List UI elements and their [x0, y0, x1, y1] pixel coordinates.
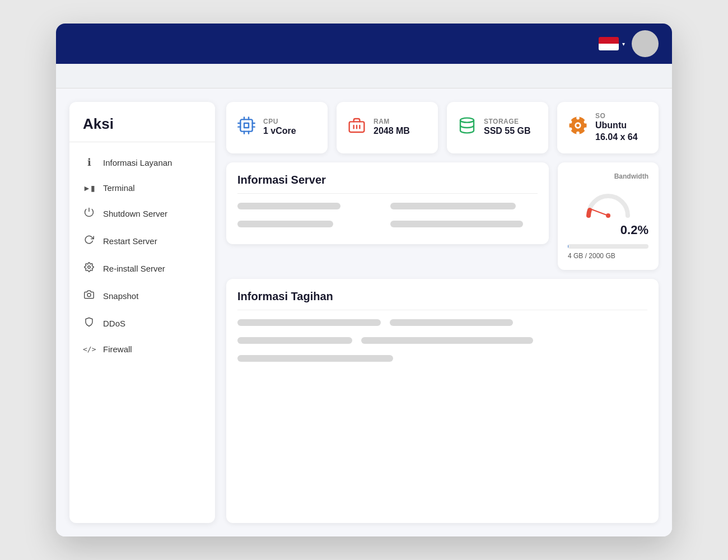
- svg-point-16: [460, 118, 474, 123]
- right-panel: CPU 1 vCore: [226, 102, 659, 523]
- sidebar-menu: ℹ Informasi Layanan ►▮ Terminal Shutdown…: [69, 142, 215, 368]
- bandwidth-gauge: [568, 185, 648, 218]
- server-info-card: Informasi Server: [226, 162, 549, 244]
- ram-value: 2048 MB: [374, 125, 410, 137]
- storage-info: STORAGE SSD 55 GB: [484, 118, 531, 137]
- language-selector[interactable]: ▾: [599, 37, 625, 50]
- skeleton: [237, 337, 352, 344]
- storage-value: SSD 55 GB: [484, 125, 531, 137]
- language-dropdown-arrow: ▾: [622, 41, 625, 47]
- server-info-title: Informasi Server: [237, 174, 538, 194]
- cpu-icon: [237, 116, 255, 138]
- sidebar-item-restart-server[interactable]: Restart Server: [69, 227, 215, 255]
- restart-icon: [83, 235, 95, 248]
- skeleton-row: [237, 337, 647, 349]
- ram-icon: [348, 116, 366, 138]
- svg-point-0: [88, 266, 91, 269]
- skeleton: [237, 203, 340, 209]
- svg-point-19: [576, 124, 580, 127]
- svg-rect-3: [244, 123, 249, 128]
- svg-point-24: [569, 120, 572, 124]
- stat-card-os: SO Ubuntu 16.04 x 64: [557, 102, 659, 153]
- info-icon: ℹ: [83, 156, 95, 169]
- sidebar-label-informasi-layanan: Informasi Layanan: [103, 158, 172, 167]
- bandwidth-label: Bandwidth: [568, 172, 648, 180]
- svg-point-23: [584, 128, 587, 131]
- os-value: Ubuntu 16.04 x 64: [595, 120, 638, 143]
- bandwidth-card: Bandwidth 0.2%: [558, 162, 659, 270]
- firewall-icon: </>: [83, 345, 95, 353]
- user-avatar[interactable]: [632, 30, 659, 57]
- ram-info: RAM 2048 MB: [374, 118, 410, 137]
- tab-row: [56, 64, 672, 88]
- sidebar-label-terminal: Terminal: [103, 183, 135, 193]
- stat-card-storage: STORAGE SSD 55 GB: [447, 102, 548, 153]
- svg-point-27: [606, 213, 610, 218]
- sidebar-item-terminal[interactable]: ►▮ Terminal: [69, 176, 215, 200]
- stat-card-cpu: CPU 1 vCore: [226, 102, 328, 153]
- flag-icon: [599, 37, 619, 50]
- tagihan-content: [237, 319, 647, 367]
- snapshot-icon: [83, 290, 95, 302]
- stats-row: CPU 1 vCore: [226, 102, 659, 153]
- server-info-content: [237, 203, 538, 233]
- sidebar: Aksi ℹ Informasi Layanan ►▮ Terminal: [69, 102, 215, 523]
- svg-point-22: [569, 128, 572, 131]
- sidebar-title: Aksi: [83, 115, 114, 132]
- reinstall-icon: [83, 262, 95, 275]
- cpu-value: 1 vCore: [263, 125, 296, 137]
- ram-label: RAM: [374, 118, 410, 125]
- svg-rect-2: [240, 120, 252, 132]
- skeleton: [237, 355, 393, 362]
- browser-window: ▾ Aksi ℹ Informasi Layanan ►▮ Terminal: [56, 24, 672, 536]
- bandwidth-value: 0.2%: [568, 223, 648, 237]
- sidebar-label-reinstall: Re-install Server: [103, 264, 165, 273]
- sidebar-item-ddos[interactable]: DDoS: [69, 310, 215, 337]
- sidebar-label-snapshot: Snapshot: [103, 291, 138, 301]
- topbar: ▾: [56, 24, 672, 64]
- sidebar-label-ddos: DDoS: [103, 319, 125, 328]
- tagihan-title: Informasi Tagihan: [237, 290, 647, 310]
- svg-point-25: [584, 120, 587, 124]
- skeleton: [361, 337, 533, 344]
- sidebar-label-firewall: Firewall: [103, 344, 132, 354]
- sidebar-header: Aksi: [69, 102, 215, 142]
- cpu-info: CPU 1 vCore: [263, 118, 296, 137]
- bandwidth-usage: 4 GB / 2000 GB: [568, 252, 648, 260]
- ddos-icon: [83, 317, 95, 330]
- main-content: Aksi ℹ Informasi Layanan ►▮ Terminal: [56, 88, 672, 536]
- storage-icon: [458, 116, 476, 138]
- skeleton: [390, 203, 516, 209]
- sidebar-item-firewall[interactable]: </> Firewall: [69, 337, 215, 361]
- skeleton: [237, 319, 381, 326]
- tagihan-card: Informasi Tagihan: [226, 279, 659, 523]
- os-icon: [568, 116, 587, 139]
- sidebar-item-snapshot[interactable]: Snapshot: [69, 282, 215, 310]
- cpu-label: CPU: [263, 118, 296, 125]
- sidebar-item-informasi-layanan[interactable]: ℹ Informasi Layanan: [69, 149, 215, 176]
- svg-point-21: [576, 132, 580, 135]
- skeleton-row: [237, 319, 647, 332]
- skeleton: [237, 221, 333, 227]
- skeleton-row: [237, 355, 647, 367]
- skeleton: [390, 221, 523, 227]
- sidebar-label-shutdown: Shutdown Server: [103, 209, 167, 218]
- svg-line-26: [590, 209, 608, 216]
- os-label: SO: [595, 112, 638, 120]
- server-info-row: Informasi Server Bandwidth: [226, 162, 659, 270]
- storage-label: STORAGE: [484, 118, 531, 125]
- sidebar-item-reinstall-server[interactable]: Re-install Server: [69, 255, 215, 282]
- shutdown-icon: [83, 207, 95, 220]
- terminal-icon: ►▮: [83, 184, 95, 193]
- skeleton: [390, 319, 513, 326]
- bandwidth-bar: [568, 244, 648, 249]
- sidebar-item-shutdown-server[interactable]: Shutdown Server: [69, 200, 215, 227]
- stat-card-ram: RAM 2048 MB: [337, 102, 438, 153]
- os-info: SO Ubuntu 16.04 x 64: [595, 112, 638, 143]
- svg-point-1: [87, 293, 91, 297]
- sidebar-label-restart: Restart Server: [103, 236, 157, 246]
- svg-point-20: [576, 116, 580, 120]
